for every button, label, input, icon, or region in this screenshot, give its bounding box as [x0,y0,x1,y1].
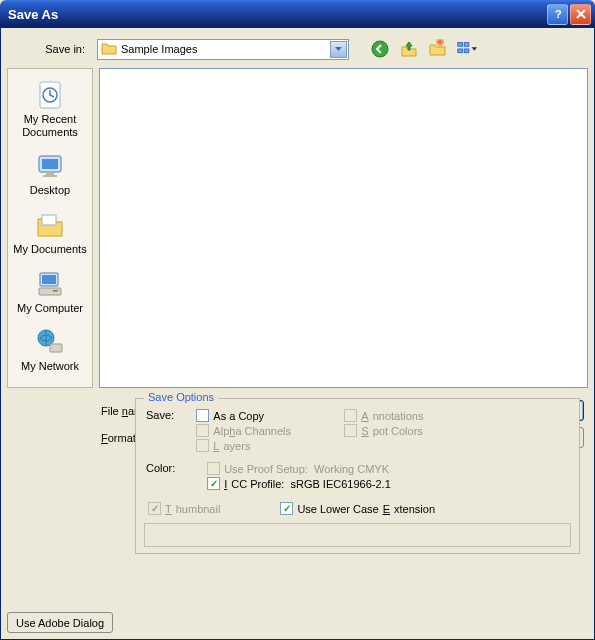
place-mycomputer[interactable]: My Computer [11,262,89,321]
opt-annotations: Annotations [344,409,492,422]
close-button[interactable] [570,4,591,25]
window-title: Save As [4,7,547,22]
checkbox-icon [207,462,220,475]
opt-icc[interactable]: ✓ ICC Profile: sRGB IEC61966-2.1 [207,477,503,490]
desktop-icon [34,150,66,182]
opt-alpha: Alpha Channels [196,424,344,437]
svg-rect-13 [42,215,56,225]
svg-point-1 [372,41,388,57]
computer-icon [34,268,66,300]
network-icon [34,326,66,358]
help-button[interactable]: ? [547,4,568,25]
savein-label: Save in: [11,43,91,55]
color-row-label: Color: [146,462,207,492]
checkbox-icon [344,409,357,422]
back-button[interactable] [369,38,391,60]
svg-rect-15 [42,275,56,284]
savein-dropdown[interactable]: Sample Images [97,39,349,60]
places-bar: My Recent Documents Desktop My Documents… [7,68,93,388]
dialog-body: Save in: Sample Images [0,28,595,640]
use-adobe-dialog-button[interactable]: Use Adobe Dialog [7,612,113,633]
save-options-group: Save Options Save: As a Copy Annotations… [135,398,580,554]
checkbox-icon: ✓ [148,502,161,515]
svg-rect-11 [46,172,54,175]
place-recent[interactable]: My Recent Documents [11,73,89,144]
svg-rect-5 [458,49,463,53]
folder-icon [101,41,117,57]
svg-rect-12 [43,175,57,177]
checkbox-icon[interactable]: ✓ [280,502,293,515]
place-label: My Computer [17,302,83,315]
checkbox-icon [196,424,209,437]
checkbox-icon[interactable]: ✓ [207,477,220,490]
svg-rect-3 [458,43,463,47]
mydocs-icon [34,209,66,241]
up-one-level-button[interactable] [398,38,420,60]
titlebar: Save As ? [0,0,595,28]
place-desktop[interactable]: Desktop [11,144,89,203]
opt-spot: Spot Colors [344,424,492,437]
view-menu-button[interactable] [456,38,478,60]
place-mydocs[interactable]: My Documents [11,203,89,262]
opt-thumbnail: ✓ Thumbnail [148,502,220,515]
recent-icon [34,79,66,111]
svg-rect-10 [42,159,58,169]
new-folder-button[interactable] [427,38,449,60]
checkbox-icon [196,439,209,452]
place-label: My Recent Documents [13,113,87,138]
file-list-area[interactable] [99,68,588,388]
save-row-label: Save: [146,409,196,454]
options-title: Save Options [144,391,218,403]
opt-layers: Layers [196,439,344,452]
place-label: My Network [21,360,79,373]
checkbox-icon[interactable] [196,409,209,422]
place-label: Desktop [30,184,70,197]
place-network[interactable]: My Network [11,320,89,379]
svg-rect-17 [53,290,58,292]
chevron-down-icon[interactable] [330,41,347,58]
svg-rect-4 [464,43,469,47]
opt-proof: Use Proof Setup: Working CMYK [207,462,503,475]
opt-lowercase[interactable]: ✓ Use Lower Case Extension [280,502,435,515]
savein-value: Sample Images [121,43,197,55]
svg-text:?: ? [555,8,562,20]
opt-as-copy[interactable]: As a Copy [196,409,344,422]
svg-rect-19 [50,344,62,352]
place-label: My Documents [13,243,86,256]
svg-rect-6 [464,49,469,53]
info-textbox [144,523,571,547]
checkbox-icon [344,424,357,437]
